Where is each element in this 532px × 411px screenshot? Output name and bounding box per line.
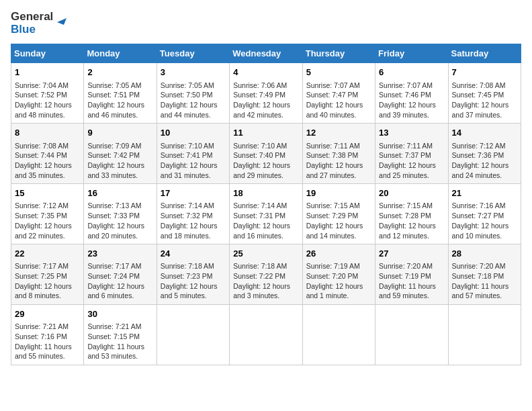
calendar-cell-1: 1Sunrise: 7:04 AM Sunset: 7:52 PM Daylig…	[11, 63, 84, 124]
calendar-cell-28: 28Sunrise: 7:20 AM Sunset: 7:18 PM Dayli…	[448, 244, 521, 305]
logo-general-text: General	[11, 11, 53, 24]
col-header-thursday: Thursday	[302, 44, 375, 63]
logo-blue-text: Blue	[11, 24, 36, 36]
calendar-cell-18: 18Sunrise: 7:14 AM Sunset: 7:31 PM Dayli…	[230, 184, 302, 244]
calendar-cell-27: 27Sunrise: 7:20 AM Sunset: 7:19 PM Dayli…	[375, 244, 448, 305]
calendar-cell-empty	[375, 305, 448, 365]
calendar-cell-26: 26Sunrise: 7:19 AM Sunset: 7:20 PM Dayli…	[302, 244, 375, 305]
calendar-cell-20: 20Sunrise: 7:15 AM Sunset: 7:28 PM Dayli…	[375, 184, 448, 244]
calendar-cell-10: 10Sunrise: 7:10 AM Sunset: 7:41 PM Dayli…	[157, 124, 229, 184]
page-header: General Blue	[11, 11, 521, 36]
calendar-cell-16: 16Sunrise: 7:13 AM Sunset: 7:33 PM Dayli…	[84, 184, 157, 244]
calendar-cell-12: 12Sunrise: 7:11 AM Sunset: 7:38 PM Dayli…	[302, 124, 375, 184]
calendar-cell-21: 21Sunrise: 7:16 AM Sunset: 7:27 PM Dayli…	[448, 184, 521, 244]
calendar-cell-2: 2Sunrise: 7:05 AM Sunset: 7:51 PM Daylig…	[84, 63, 157, 124]
calendar-cell-25: 25Sunrise: 7:18 AM Sunset: 7:22 PM Dayli…	[230, 244, 302, 305]
calendar-cell-empty	[157, 305, 229, 365]
calendar-cell-14: 14Sunrise: 7:12 AM Sunset: 7:36 PM Dayli…	[448, 124, 521, 184]
calendar-cell-empty	[448, 305, 521, 365]
col-header-wednesday: Wednesday	[230, 44, 302, 63]
calendar-cell-7: 7Sunrise: 7:08 AM Sunset: 7:45 PM Daylig…	[448, 63, 521, 124]
logo: General Blue	[11, 11, 69, 36]
svg-marker-0	[57, 18, 66, 25]
calendar-cell-13: 13Sunrise: 7:11 AM Sunset: 7:37 PM Dayli…	[375, 124, 448, 184]
col-header-tuesday: Tuesday	[157, 44, 229, 63]
calendar-table: SundayMondayTuesdayWednesdayThursdayFrid…	[11, 44, 521, 365]
calendar-cell-24: 24Sunrise: 7:18 AM Sunset: 7:23 PM Dayli…	[157, 244, 229, 305]
calendar-cell-6: 6Sunrise: 7:07 AM Sunset: 7:46 PM Daylig…	[375, 63, 448, 124]
col-header-sunday: Sunday	[11, 44, 84, 63]
logo-arrow-icon	[54, 13, 69, 28]
col-header-friday: Friday	[375, 44, 448, 63]
col-header-monday: Monday	[84, 44, 157, 63]
calendar-cell-22: 22Sunrise: 7:17 AM Sunset: 7:25 PM Dayli…	[11, 244, 84, 305]
calendar-cell-30: 30Sunrise: 7:21 AM Sunset: 7:15 PM Dayli…	[84, 305, 157, 365]
calendar-cell-empty	[230, 305, 302, 365]
col-header-saturday: Saturday	[448, 44, 521, 63]
calendar-cell-empty	[302, 305, 375, 365]
calendar-cell-8: 8Sunrise: 7:08 AM Sunset: 7:44 PM Daylig…	[11, 124, 84, 184]
calendar-cell-29: 29Sunrise: 7:21 AM Sunset: 7:16 PM Dayli…	[11, 305, 84, 365]
calendar-cell-3: 3Sunrise: 7:05 AM Sunset: 7:50 PM Daylig…	[157, 63, 229, 124]
calendar-cell-17: 17Sunrise: 7:14 AM Sunset: 7:32 PM Dayli…	[157, 184, 229, 244]
calendar-cell-9: 9Sunrise: 7:09 AM Sunset: 7:42 PM Daylig…	[84, 124, 157, 184]
calendar-cell-5: 5Sunrise: 7:07 AM Sunset: 7:47 PM Daylig…	[302, 63, 375, 124]
calendar-cell-19: 19Sunrise: 7:15 AM Sunset: 7:29 PM Dayli…	[302, 184, 375, 244]
calendar-cell-4: 4Sunrise: 7:06 AM Sunset: 7:49 PM Daylig…	[230, 63, 302, 124]
calendar-cell-23: 23Sunrise: 7:17 AM Sunset: 7:24 PM Dayli…	[84, 244, 157, 305]
calendar-cell-15: 15Sunrise: 7:12 AM Sunset: 7:35 PM Dayli…	[11, 184, 84, 244]
calendar-cell-11: 11Sunrise: 7:10 AM Sunset: 7:40 PM Dayli…	[230, 124, 302, 184]
